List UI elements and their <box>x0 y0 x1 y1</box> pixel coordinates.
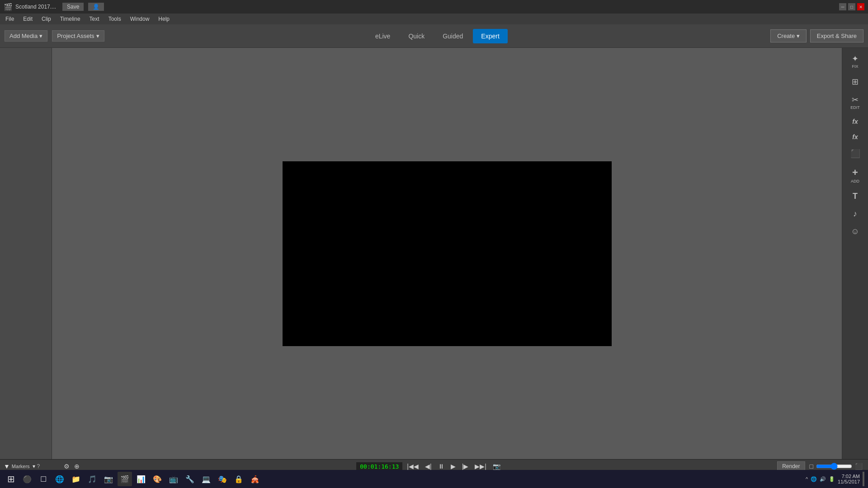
taskbar-app6[interactable]: 📺 <box>166 472 181 486</box>
track-settings-btn[interactable]: ⚙ <box>62 462 71 471</box>
menu-tools[interactable]: Tools <box>107 15 123 23</box>
panel-fix[interactable]: ✦ FIX <box>844 51 867 72</box>
taskbar-app1[interactable]: 🎵 <box>85 472 99 486</box>
track-toggle-buttons: ⚙ ⊕ <box>62 462 81 471</box>
tab-guided[interactable]: Guided <box>434 29 471 43</box>
taskbar-explorer[interactable]: 📁 <box>69 472 83 486</box>
taskbar-app5[interactable]: 🎨 <box>150 472 165 486</box>
add-media-button[interactable]: Add Media ▾ <box>5 30 47 42</box>
export-share-button[interactable]: Export & Share <box>810 29 863 42</box>
add-media-chevron: ▾ <box>39 33 42 39</box>
panel-edit[interactable]: ✂ EDIT <box>844 92 867 113</box>
tray-network[interactable]: 🌐 <box>811 476 817 482</box>
help-icon[interactable]: ? <box>37 463 40 469</box>
menu-edit[interactable]: Edit <box>21 15 34 23</box>
tab-quick[interactable]: Quick <box>400 29 433 43</box>
menu-help[interactable]: Help <box>156 15 171 23</box>
create-button[interactable]: Create ▾ <box>770 29 807 42</box>
fix-label: FIX <box>852 64 858 69</box>
show-desktop-btn[interactable] <box>863 472 864 486</box>
zoom-slider[interactable] <box>816 463 852 470</box>
preview-screen[interactable] <box>283 161 612 346</box>
taskbar-app11[interactable]: 🎪 <box>248 472 262 486</box>
camera-btn[interactable]: 📷 <box>491 462 502 471</box>
taskbar-app9[interactable]: 🎭 <box>215 472 230 486</box>
panel-audio[interactable]: ♪ <box>844 206 867 222</box>
panel-emoji[interactable]: ☺ <box>844 224 867 239</box>
track-magnet-btn[interactable]: ⊕ <box>72 462 81 471</box>
play-btn[interactable]: ▶ <box>449 462 458 471</box>
taskbar-left: ⊞ ⚫ ☐ 🌐 📁 🎵 📷 🎬 📊 🎨 📺 🔧 💻 🎭 🔒 🎪 <box>4 472 262 486</box>
markers-area: ▼ Markers ▾ ? <box>4 463 56 470</box>
zoom-in-btn[interactable]: ⬛ <box>853 462 864 471</box>
fix-icon: ✦ <box>845 54 865 64</box>
transport-controls: 00:01:16:13 |◀◀ ◀| ⏸ ▶ |▶ ▶▶| 📷 <box>84 462 774 471</box>
panel-fx2[interactable]: fx <box>844 130 867 144</box>
prev-frame-btn[interactable]: ◀| <box>423 462 434 471</box>
start-button[interactable]: ⊞ <box>4 472 18 486</box>
tray-volume[interactable]: 🔊 <box>820 476 826 482</box>
edit-label: EDIT <box>850 105 860 110</box>
title-bar: 🎬 Scotland 2017.... Save 👤 ─ □ ✕ <box>0 0 868 14</box>
panel-text[interactable]: T <box>844 188 867 204</box>
sys-tray: ^ 🌐 🔊 🔋 <box>806 476 835 482</box>
left-panel <box>0 48 52 459</box>
add-label: ADD <box>851 179 859 183</box>
menu-window[interactable]: Window <box>128 15 151 23</box>
markers-label: Markers <box>12 464 30 469</box>
zoom-out-btn[interactable]: □ <box>808 462 815 471</box>
panel-color[interactable]: ⬛ <box>844 145 867 162</box>
next-frame-btn[interactable]: |▶ <box>460 462 471 471</box>
main-area: ✦ FIX ⊞ ✂ EDIT fx fx ⬛ + ADD T <box>0 48 868 459</box>
app-icon: 🎬 <box>4 3 13 11</box>
taskbar-app4[interactable]: 📊 <box>134 472 148 486</box>
project-assets-button[interactable]: Project Assets ▾ <box>52 30 104 42</box>
toolbar-right: Create ▾ Export & Share <box>770 29 863 42</box>
create-label: Create <box>777 33 795 39</box>
export-label: Export & Share <box>817 33 857 39</box>
menu-timeline[interactable]: Timeline <box>58 15 82 23</box>
taskbar-app10[interactable]: 🔒 <box>231 472 246 486</box>
task-view-button[interactable]: ☐ <box>36 472 51 486</box>
taskbar-app8[interactable]: 💻 <box>199 472 213 486</box>
panel-fx1[interactable]: fx <box>844 115 867 128</box>
menu-clip[interactable]: Clip <box>40 15 53 23</box>
taskbar-right: ^ 🌐 🔊 🔋 7:02 AM 11/5/2017 <box>806 472 864 486</box>
menu-file[interactable]: File <box>4 15 16 23</box>
taskbar-app7[interactable]: 🔧 <box>183 472 197 486</box>
emoji-icon: ☺ <box>845 227 865 236</box>
audio-icon: ♪ <box>845 209 865 219</box>
tray-chevron[interactable]: ^ <box>806 476 808 482</box>
text-icon: T <box>845 192 865 201</box>
profile-icon[interactable]: 👤 <box>88 3 104 11</box>
taskbar-app2[interactable]: 📷 <box>101 472 116 486</box>
window-controls: ─ □ ✕ <box>839 3 864 10</box>
search-button[interactable]: ⚫ <box>20 472 34 486</box>
go-to-start-btn[interactable]: |◀◀ <box>405 462 420 471</box>
app-title: Scotland 2017.... <box>15 4 56 10</box>
collapse-tracks-icon[interactable]: ▼ <box>4 463 10 470</box>
close-button[interactable]: ✕ <box>857 3 864 10</box>
tab-elive[interactable]: eLive <box>367 29 398 43</box>
clock-time: 7:02 AM <box>838 474 860 479</box>
clock: 7:02 AM 11/5/2017 <box>838 474 860 484</box>
toolbar-center: eLive Quick Guided Expert <box>367 29 508 43</box>
toolbar-left: Add Media ▾ Project Assets ▾ <box>5 30 104 42</box>
save-button[interactable]: Save <box>62 3 84 11</box>
minimize-button[interactable]: ─ <box>839 3 846 10</box>
fx1-icon: fx <box>845 118 865 125</box>
project-assets-label: Project Assets <box>57 33 94 39</box>
maximize-button[interactable]: □ <box>848 3 855 10</box>
panel-align[interactable]: ⊞ <box>844 74 867 90</box>
pause-btn[interactable]: ⏸ <box>436 462 446 471</box>
taskbar-app3[interactable]: 🎬 <box>118 472 132 486</box>
fast-forward-btn[interactable]: ▶▶| <box>473 462 488 471</box>
panel-add[interactable]: + ADD <box>844 164 867 187</box>
menu-text[interactable]: Text <box>88 15 101 23</box>
tray-battery: 🔋 <box>829 476 835 482</box>
right-panel: ✦ FIX ⊞ ✂ EDIT fx fx ⬛ + ADD T <box>842 48 868 459</box>
color-icon: ⬛ <box>845 149 865 159</box>
markers-dropdown[interactable]: ▾ <box>33 463 35 469</box>
tab-expert[interactable]: Expert <box>473 29 507 43</box>
taskbar-edge[interactable]: 🌐 <box>52 472 67 486</box>
